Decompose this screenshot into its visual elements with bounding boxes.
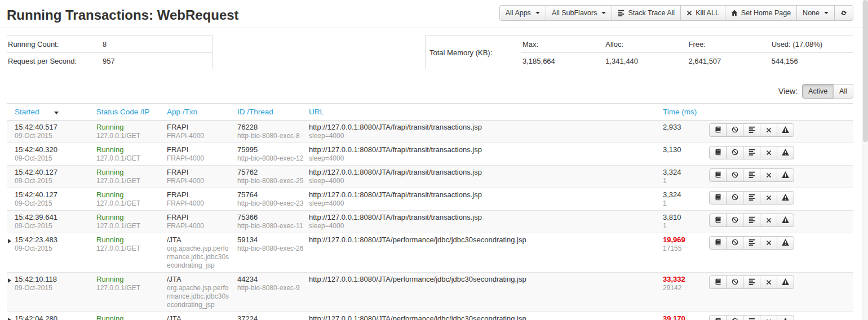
- col-id-header[interactable]: ID /Thread: [237, 104, 309, 121]
- stack-trace-button[interactable]: [743, 123, 760, 137]
- stack-trace-button[interactable]: [743, 275, 760, 289]
- kill-button[interactable]: [760, 123, 777, 137]
- caret-down-icon: [535, 12, 540, 14]
- expand-arrow-icon[interactable]: [8, 239, 11, 243]
- cell-actions: [709, 211, 853, 233]
- set-home-page-button[interactable]: Set Home Page: [725, 5, 797, 21]
- memory-max-header: Max:: [521, 36, 604, 53]
- stack-trace-button[interactable]: [743, 214, 760, 227]
- thread-dump-button[interactable]: [777, 191, 794, 205]
- view-active-button[interactable]: Active: [802, 84, 834, 99]
- ban-button[interactable]: [726, 214, 743, 227]
- cell-actions: [709, 143, 853, 166]
- ban-button[interactable]: [726, 146, 743, 159]
- kill-icon: [766, 194, 772, 202]
- thread-dump-button[interactable]: [777, 214, 794, 227]
- kill-button[interactable]: [760, 168, 777, 182]
- col-started-header[interactable]: Started: [15, 104, 96, 121]
- book-icon: [715, 194, 721, 202]
- counters-table: Running Count: 8 Request per Second: 957: [7, 35, 213, 69]
- cell-actions: [709, 273, 853, 312]
- warning-icon: [782, 171, 789, 180]
- log-button[interactable]: [709, 275, 727, 289]
- book-icon: [715, 149, 721, 157]
- all-apps-label: All Apps: [506, 8, 531, 17]
- refresh-button[interactable]: [834, 5, 853, 21]
- vertical-scrollbar[interactable]: [862, 0, 868, 320]
- cell-started: 15:42:04.28009-Oct-2015: [15, 312, 96, 320]
- stack-trace-button[interactable]: [743, 168, 760, 182]
- cell-url: http://127.0.0.1:8080/JTA/frapi/transit/…: [309, 143, 663, 166]
- view-label: View:: [778, 87, 798, 96]
- log-button[interactable]: [709, 236, 727, 250]
- ban-button[interactable]: [726, 275, 743, 289]
- thread-dump-button[interactable]: [777, 123, 794, 137]
- log-button[interactable]: [709, 315, 727, 320]
- stack-trace-button[interactable]: [743, 315, 760, 320]
- stack-trace-icon: [749, 239, 755, 247]
- transaction-row: 15:42:40.32009-Oct-2015Running127.0.0.1/…: [7, 143, 853, 166]
- ban-button[interactable]: [726, 236, 743, 250]
- all-apps-button[interactable]: All Apps: [499, 5, 546, 21]
- col-app-header[interactable]: App /Txn: [167, 104, 237, 121]
- scrollbar-thumb[interactable]: [863, 0, 868, 142]
- ban-icon: [732, 149, 738, 157]
- book-icon: [715, 278, 721, 287]
- transaction-row: 15:42:40.12709-Oct-2015Running127.0.0.1/…: [7, 188, 853, 211]
- running-count-value: 8: [103, 40, 107, 48]
- cell-actions: [709, 312, 853, 320]
- kill-button[interactable]: [760, 315, 777, 320]
- cell-expander[interactable]: [7, 312, 15, 320]
- thread-dump-button[interactable]: [777, 146, 794, 159]
- kill-all-button[interactable]: Kill ALL: [680, 5, 725, 21]
- col-status-header[interactable]: Status Code /IP: [96, 104, 167, 121]
- kill-button[interactable]: [760, 214, 777, 227]
- cell-expander[interactable]: [7, 233, 15, 273]
- cell-time: 3,130: [663, 143, 709, 166]
- stack-trace-button[interactable]: [743, 191, 760, 205]
- log-button[interactable]: [709, 191, 727, 205]
- thread-dump-button[interactable]: [777, 236, 794, 250]
- rps-row: Request per Second: 957: [7, 52, 212, 69]
- ban-button[interactable]: [726, 123, 743, 137]
- thread-dump-button[interactable]: [777, 168, 794, 182]
- thread-dump-button[interactable]: [777, 275, 794, 289]
- ban-button[interactable]: [726, 168, 743, 182]
- ban-icon: [732, 171, 738, 180]
- cell-id: 59134http-bio-8080-exec-26: [237, 233, 309, 273]
- cell-expander[interactable]: [7, 273, 15, 312]
- kill-icon: [766, 216, 772, 225]
- ban-button[interactable]: [726, 315, 743, 320]
- log-button[interactable]: [709, 123, 727, 137]
- stack-trace-icon: [749, 216, 755, 225]
- col-time-header[interactable]: Time (ms): [663, 104, 709, 121]
- stack-trace-button[interactable]: [743, 236, 760, 250]
- thread-dump-button[interactable]: [777, 315, 794, 320]
- expand-arrow-icon[interactable]: [8, 318, 11, 320]
- stack-trace-all-button[interactable]: Stack Trace All: [612, 5, 681, 21]
- transaction-row: 15:42:39.64109-Oct-2015Running127.0.0.1/…: [7, 211, 853, 233]
- transaction-row: 15:42:40.12709-Oct-2015Running127.0.0.1/…: [7, 166, 853, 188]
- cell-app: /JTAorg.apache.jsp.performance.jdbc.jdbc…: [167, 273, 237, 312]
- log-button[interactable]: [709, 168, 727, 182]
- caret-down-icon: [601, 12, 606, 14]
- view-all-button[interactable]: All: [833, 84, 853, 99]
- kill-button[interactable]: [760, 191, 777, 205]
- kill-button[interactable]: [760, 236, 777, 250]
- book-icon: [715, 239, 721, 247]
- col-url-header[interactable]: URL: [309, 104, 663, 121]
- status-running: Running: [96, 235, 163, 245]
- log-button[interactable]: [709, 214, 727, 227]
- cell-started: 15:42:40.12709-Oct-2015: [15, 188, 96, 211]
- none-button[interactable]: None: [796, 5, 835, 21]
- expand-arrow-icon[interactable]: [8, 278, 11, 283]
- kill-button[interactable]: [760, 275, 777, 289]
- ban-button[interactable]: [726, 191, 743, 205]
- all-subflavors-button[interactable]: All SubFlavors: [546, 5, 613, 21]
- cell-started: 15:42:23.48309-Oct-2015: [15, 233, 96, 273]
- cell-started: 15:42:10.11809-Oct-2015: [15, 273, 96, 312]
- log-button[interactable]: [709, 146, 727, 159]
- kill-button[interactable]: [760, 146, 777, 159]
- cell-app: /JTAorg.apache.jsp.performance.jdbc.jdbc…: [167, 312, 237, 320]
- stack-trace-button[interactable]: [743, 146, 760, 159]
